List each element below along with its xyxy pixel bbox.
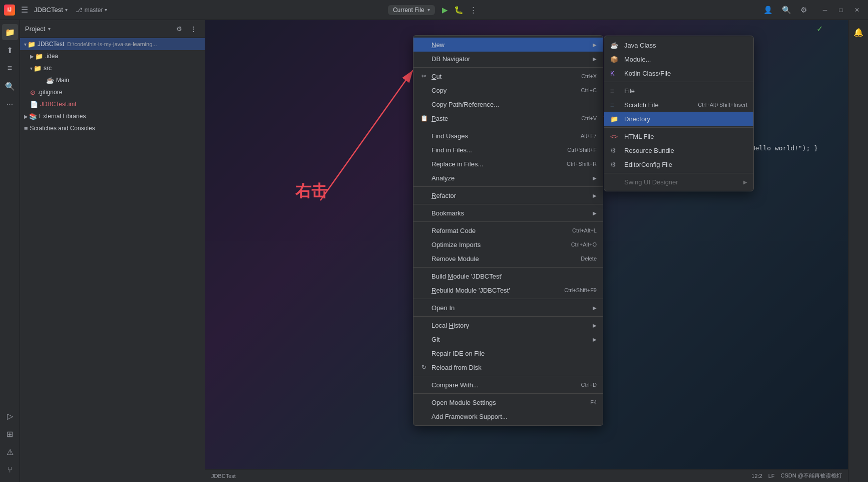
run-config[interactable]: Current File ▾ xyxy=(388,5,435,15)
sidebar-icon-plugins[interactable]: ▷ xyxy=(2,408,18,424)
profile-button[interactable]: 👤 xyxy=(760,4,776,17)
more-run-options[interactable]: ⋮ xyxy=(467,4,480,17)
sep8 xyxy=(413,316,603,317)
menu-item-optimize[interactable]: Optimize Imports Ctrl+Alt+O xyxy=(413,237,603,252)
tree-item-main[interactable]: ☕ Main xyxy=(20,74,205,86)
menu-item-text: Repair IDE on File xyxy=(431,350,597,357)
menu-item-build-module[interactable]: Build Module 'JDBCTest' xyxy=(413,269,603,283)
menu-item-git[interactable]: Git ▶ xyxy=(413,332,603,346)
menu-item-repair-ide[interactable]: Repair IDE on File xyxy=(413,346,603,360)
sidebar-icon-problems[interactable]: ⚠ xyxy=(2,444,18,460)
submenu-sep3 xyxy=(604,173,753,173)
menu-item-replace-in-files[interactable]: Replace in Files... Ctrl+Shift+R xyxy=(413,157,603,171)
menu-item-module-settings[interactable]: Open Module Settings F4 xyxy=(413,395,603,409)
submenu-arrow: ▶ xyxy=(593,42,597,48)
submenu-file[interactable]: ≡ File xyxy=(604,84,753,98)
right-sidebar-icon-notifications[interactable]: 🔔 xyxy=(850,24,866,40)
menu-item-copy[interactable]: Copy Ctrl+C xyxy=(413,83,603,97)
menu-item-text: Compare With... xyxy=(431,381,571,389)
menu-item-rebuild-module[interactable]: Rebuild Module 'JDBCTest' Ctrl+Shift+F9 xyxy=(413,283,603,297)
menu-item-cut[interactable]: ✂ Cut Ctrl+X xyxy=(413,69,603,83)
tree-item-idea[interactable]: ▶ 📁 .idea xyxy=(20,50,205,62)
branch-info[interactable]: ⎇ master ▾ xyxy=(76,7,108,14)
shortcut: Ctrl+D xyxy=(581,382,597,388)
project-title[interactable]: JDBCTest ▾ xyxy=(34,6,68,14)
menu-item-paste[interactable]: 📋 Paste Ctrl+V xyxy=(413,111,603,125)
menu-item-text: Git xyxy=(431,336,591,343)
debug-button[interactable]: 🐛 xyxy=(451,4,467,17)
submenu-module[interactable]: 📦 Module... xyxy=(604,52,753,66)
main-layout: 📁 ⬆ ≡ 🔍 ··· ▷ ⊞ ⚠ ⑂ Project ▾ ⚙ ⋮ ▾ 📁 JD… xyxy=(0,20,868,482)
menu-item-open-in[interactable]: Open In ▶ xyxy=(413,301,603,315)
submenu-html[interactable]: <> HTML File xyxy=(604,129,753,143)
annotation-text: 右击 xyxy=(295,180,327,202)
hamburger-button[interactable]: ☰ xyxy=(19,3,30,17)
expand-arrow: ▶ xyxy=(30,54,34,59)
menu-item-reformat[interactable]: Reformat Code Ctrl+Alt+L xyxy=(413,223,603,237)
status-project-name[interactable]: JDBCTest xyxy=(211,473,236,479)
submenu-swing[interactable]: Swing UI Designer ▶ xyxy=(604,175,753,189)
cut-icon: ✂ xyxy=(419,73,428,80)
close-button[interactable]: ✕ xyxy=(850,3,864,17)
menu-item-text: Reformat Code xyxy=(431,227,562,234)
submenu-scratch[interactable]: ≡ Scratch File Ctrl+Alt+Shift+Insert xyxy=(604,98,753,112)
sidebar-icon-commit[interactable]: ⬆ xyxy=(2,42,18,58)
submenu-java-class[interactable]: ☕ Java Class xyxy=(604,38,753,52)
menu-item-find-in-files[interactable]: Find in Files... Ctrl+Shift+F xyxy=(413,143,603,157)
menu-item-compare[interactable]: Compare With... Ctrl+D xyxy=(413,378,603,392)
submenu-item-label: Resource Bundle xyxy=(624,147,747,154)
menu-item-reload[interactable]: ↻ Reload from Disk xyxy=(413,360,603,374)
left-sidebar: 📁 ⬆ ≡ 🔍 ··· ▷ ⊞ ⚠ ⑂ xyxy=(0,20,20,482)
submenu-item-label: EditorConfig File xyxy=(624,161,747,168)
menu-item-local-history[interactable]: Local History ▶ xyxy=(413,318,603,332)
sep9 xyxy=(413,376,603,376)
menu-item-db-navigator[interactable]: DB Navigator ▶ xyxy=(413,52,603,66)
minimize-button[interactable]: ─ xyxy=(818,3,832,17)
sep5 xyxy=(413,221,603,222)
menu-item-new[interactable]: New ▶ ☕ Java Class 📦 Module... K Kotlin … xyxy=(413,38,603,52)
shortcut: Ctrl+Alt+O xyxy=(571,242,597,248)
branch-name: master xyxy=(85,7,103,14)
sidebar-icon-search[interactable]: 🔍 xyxy=(2,78,18,94)
menu-item-add-framework[interactable]: Add Framework Support... xyxy=(413,409,603,423)
sidebar-icon-git[interactable]: ⑂ xyxy=(2,462,18,478)
menu-item-find-usages[interactable]: Find Usages Alt+F7 xyxy=(413,129,603,143)
line-ending[interactable]: LF xyxy=(768,473,775,479)
run-button[interactable]: ▶ xyxy=(439,4,451,17)
maximize-button[interactable]: □ xyxy=(834,3,848,17)
more-icon[interactable]: ⋮ xyxy=(187,23,200,35)
arrow-icon: ▶ xyxy=(593,210,597,216)
tree-item-label: src xyxy=(44,65,52,72)
menu-item-bookmarks[interactable]: Bookmarks ▶ xyxy=(413,206,603,220)
submenu-resource-bundle[interactable]: ⚙ Resource Bundle xyxy=(604,143,753,157)
menu-item-refactor[interactable]: Refactor ▶ xyxy=(413,188,603,202)
sidebar-icon-project[interactable]: 📁 xyxy=(2,24,18,40)
tree-item-iml[interactable]: 📄 JDBCTest.iml xyxy=(20,98,205,110)
search-button[interactable]: 🔍 xyxy=(779,4,794,17)
tree-item-scratches[interactable]: ≡ Scratches and Consoles xyxy=(20,122,205,134)
settings-button[interactable]: ⚙ xyxy=(797,4,810,17)
tree-item-label: Main xyxy=(56,77,69,84)
sidebar-icon-structure[interactable]: ≡ xyxy=(2,60,18,76)
submenu-item-label: Module... xyxy=(624,56,747,63)
arrow-icon: ▶ xyxy=(593,56,597,62)
line-col[interactable]: 12:2 xyxy=(751,473,762,479)
menu-item-remove-module[interactable]: Remove Module Delete xyxy=(413,252,603,266)
run-config-text: Current File xyxy=(393,7,424,14)
tree-item-gitignore[interactable]: ⊘ .gitignore xyxy=(20,86,205,98)
tree-item-src[interactable]: ▾ 📁 src xyxy=(20,62,205,74)
submenu-kotlin[interactable]: K Kotlin Class/File xyxy=(604,66,753,80)
menu-item-analyze[interactable]: Analyze ▶ xyxy=(413,171,603,185)
submenu-directory[interactable]: 📁 Directory xyxy=(604,112,753,126)
scratches-icon: ≡ xyxy=(24,125,28,132)
tree-item-external-libs[interactable]: ▶ 📚 External Libraries xyxy=(20,110,205,122)
menu-item-copy-path[interactable]: Copy Path/Reference... xyxy=(413,97,603,111)
csdn-label: CSDN @不能再被读桅灯 xyxy=(781,472,842,479)
submenu-editorconfig[interactable]: ⚙ EditorConfig File xyxy=(604,157,753,171)
kotlin-icon: K xyxy=(610,70,620,77)
settings-icon[interactable]: ⚙ xyxy=(173,23,185,35)
sidebar-icon-terminal[interactable]: ⊞ xyxy=(2,426,18,442)
sidebar-icon-more[interactable]: ··· xyxy=(2,96,18,112)
menu-item-text: Copy xyxy=(431,87,571,94)
tree-item-jdbctest-root[interactable]: ▾ 📁 JDBCTest D:\code\this-is-my-java-se-… xyxy=(20,38,205,50)
